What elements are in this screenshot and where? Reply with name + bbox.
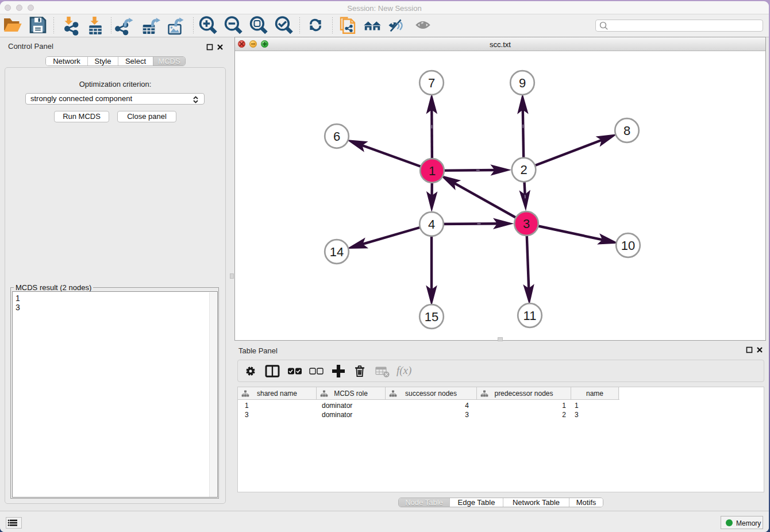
svg-text:15: 15 [425, 310, 438, 324]
svg-text:3: 3 [523, 217, 530, 231]
svg-text:1: 1 [429, 164, 436, 178]
svg-text:9: 9 [519, 76, 526, 90]
svg-text:14: 14 [330, 245, 344, 259]
svg-text:10: 10 [621, 238, 635, 253]
svg-text:8: 8 [623, 124, 630, 138]
svg-text:11: 11 [523, 309, 537, 323]
svg-text:4: 4 [428, 217, 435, 232]
svg-text:7: 7 [428, 76, 435, 90]
svg-text:2: 2 [520, 163, 527, 177]
svg-text:6: 6 [333, 129, 340, 144]
